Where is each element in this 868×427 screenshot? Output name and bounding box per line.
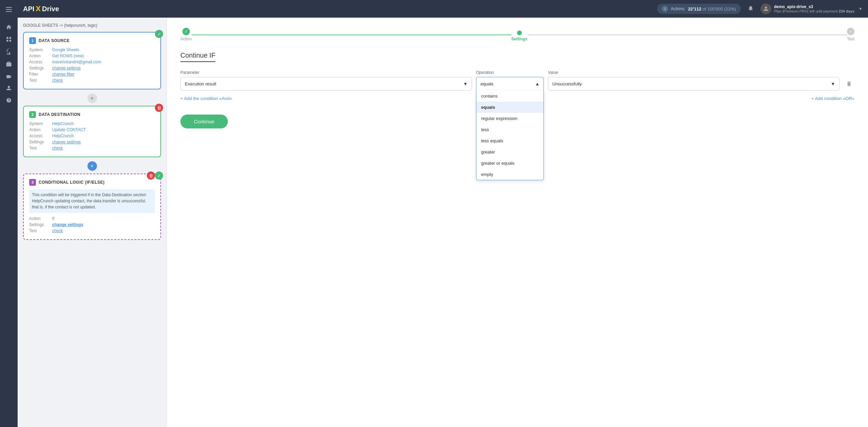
card-conditional-logic: ✓ 🗑 3 CONDITIONAL LOGIC (IF/ELSE) This c… [23,174,161,240]
svg-rect-0 [6,7,12,8]
card-data-destination: ✓ 🗑 2 DATA DESTINATION System HelpCrunch… [23,106,161,157]
value-label: Value [548,70,840,75]
operation-select[interactable]: equals ▲ [476,77,544,90]
user-area[interactable]: demo_apix-drive_s3 Plan |Premium PRO| le… [761,3,863,14]
parameter-value: Execution result [185,81,216,86]
briefcase-icon[interactable] [3,58,15,70]
card3-check-icon: ✓ [155,171,163,180]
dropdown-item-empty[interactable]: empty [476,169,544,180]
operation-label: Operation [476,70,544,75]
card1-row-action: Action Get ROWS (new) [29,54,155,58]
value-block: Value Unsuccessfully ▼ [548,70,840,90]
dropdown-item-equals[interactable]: equals [476,102,544,113]
card1-title: DATA SOURCE [39,38,70,43]
add-and-button[interactable]: + Add the condition «And» [180,96,232,101]
dollar-icon[interactable] [3,45,15,58]
card-data-source: ✓ 1 DATA SOURCE System Google Sheets Act… [23,32,161,89]
card2-row-system: System HelpCrunch [29,121,155,126]
card3-description: This condition will be triggered if in t… [29,189,155,213]
bell-button[interactable] [745,3,756,15]
operation-dropdown: contains equals regular expression less … [476,90,544,180]
value-select[interactable]: Unsuccessfully ▼ [548,77,840,90]
logo-drive: Drive [42,5,59,13]
step-action-circle: ✓ [182,28,190,35]
parameter-block: Parameter Execution result ▼ [180,70,472,90]
user-name: demo_apix-drive_s3 [774,4,854,9]
connect-dot-2[interactable]: + [87,161,97,171]
actions-pct: (22%) [724,6,736,12]
dropdown-item-less[interactable]: less [476,124,544,135]
step-action-label: Action [180,37,192,41]
video-icon[interactable] [3,70,15,82]
card1-header: 1 DATA SOURCE [29,37,155,44]
card3-row-test: Test check [29,228,155,233]
info-icon: i [662,6,668,12]
card2-title: DATA DESTINATION [39,112,80,117]
steps-bar: ✓ Action Settings ✓ Test [180,28,854,41]
step-settings-label: Settings [511,37,527,41]
parameter-label: Parameter [180,70,472,75]
grid-icon[interactable] [3,33,15,45]
card2-row-action: Action Update CONTACT [29,127,155,132]
logo-api: API [23,5,34,13]
value-value: Unsuccessfully [552,81,582,86]
step-test: ✓ Test [847,28,854,41]
card3-row-settings: Settings change settings [29,222,155,227]
svg-rect-2 [6,11,12,12]
user-icon[interactable] [3,82,15,94]
logo-x: X [36,4,41,13]
operation-value: equals [480,81,493,86]
connect-dot-1[interactable]: + [87,94,97,103]
operation-chevron-icon: ▲ [535,81,539,86]
continue-button[interactable]: Continue [180,115,228,128]
card2-row-test: Test check [29,146,155,150]
card1-row-system: System Google Sheets [29,47,155,52]
card1-row-access: Access maverickandrii@gmail.com [29,60,155,64]
step-settings: Settings [511,30,527,41]
menu-icon[interactable] [3,3,15,16]
dropdown-item-regex[interactable]: regular expression [476,113,544,124]
step-test-circle: ✓ [847,28,854,35]
condition-row: Parameter Execution result ▼ Operation e… [180,70,854,90]
card1-row-filter: Filter change filter [29,72,155,77]
value-chevron-icon: ▼ [831,81,835,86]
card2-delete-button[interactable]: 🗑 [155,104,163,112]
logo: APIXDrive [23,4,59,13]
card2-row-access: Access HelpCrunch [29,134,155,138]
step-test-label: Test [847,37,854,41]
operation-wrapper: Operation equals ▲ contains equals regul… [476,70,544,90]
card1-row-test: Test check [29,78,155,83]
parameter-select[interactable]: Execution result ▼ [180,77,472,90]
actions-pill: i Actions: 22'112 of 100'000 (22%) [657,4,741,14]
left-panel: GOOGLE SHEETS -> (helpcrunch, logic) ✓ 1… [18,18,167,427]
breadcrumb: GOOGLE SHEETS -> (helpcrunch, logic) [23,23,161,28]
delete-condition-button[interactable] [844,78,854,89]
card3-header: 3 CONDITIONAL LOGIC (IF/ELSE) [29,179,155,186]
dropdown-item-greater[interactable]: greater [476,146,544,158]
avatar [761,3,771,14]
svg-rect-1 [6,9,12,10]
step-action: ✓ Action [180,28,192,41]
card3-title: CONDITIONAL LOGIC (IF/ELSE) [39,180,105,185]
user-plan: Plan |Premium PRO| left until payment 23… [774,9,854,13]
home-icon[interactable] [3,21,15,33]
actions-of: of [703,6,707,12]
help-icon[interactable] [3,94,15,106]
card2-row-settings: Settings change settings [29,140,155,144]
dropdown-item-greater-equals[interactable]: greater or equals [476,158,544,169]
card2-header: 2 DATA DESTINATION [29,111,155,118]
card3-delete-button[interactable]: 🗑 [147,171,155,180]
actions-total: 100'000 [707,6,723,12]
parameter-chevron-icon: ▼ [463,81,468,86]
sidebar [0,0,18,427]
actions-count: 22'112 of 100'000 (22%) [688,6,736,12]
dropdown-item-contains[interactable]: contains [476,90,544,102]
card1-number: 1 [29,37,36,44]
card2-number: 2 [29,111,36,118]
connector-2 [527,35,847,35]
dropdown-item-less-equals[interactable]: less equals [476,135,544,146]
card3-row-action: Action If [29,216,155,221]
add-or-button[interactable]: + Add condition «OR» [811,96,854,101]
topbar: APIXDrive i Actions: 22'112 of 100'000 (… [18,0,868,18]
right-panel: ✓ Action Settings ✓ Test Continue IF Par… [167,18,868,427]
